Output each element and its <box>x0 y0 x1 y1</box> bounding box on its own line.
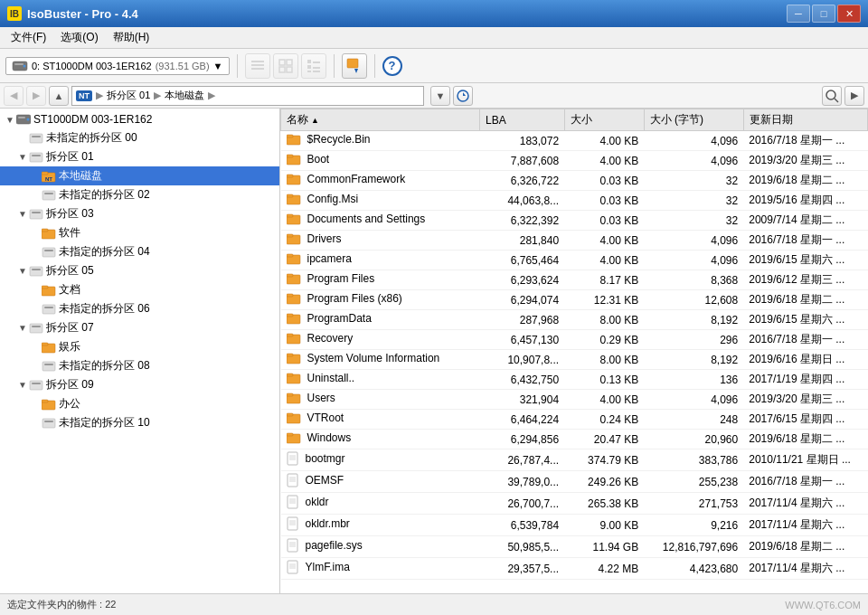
tree-expand-icon[interactable]: ▼ <box>16 379 29 392</box>
tree-expand-icon[interactable] <box>29 417 42 430</box>
tree-expand-icon[interactable] <box>29 341 42 354</box>
tree-expand-icon[interactable] <box>29 398 42 411</box>
tree-expand-icon[interactable]: ▼ <box>16 322 29 335</box>
tree-expand-icon[interactable] <box>29 284 42 297</box>
table-row[interactable]: bootmgr26,787,4...374.79 KB383,7862010/1… <box>281 449 868 471</box>
tree-item[interactable]: 办公 <box>0 394 279 413</box>
tree-item[interactable]: 未指定的拆分区 02 <box>0 185 279 204</box>
col-header-size[interactable]: 大小 <box>564 109 644 131</box>
table-row[interactable]: Windows6,294,85620.47 KB20,9602019/6/18 … <box>281 430 868 449</box>
tree-item[interactable]: 文档 <box>0 280 279 299</box>
nav-dropdown-btn[interactable]: ▼ <box>430 86 450 106</box>
table-row[interactable]: pagefile.sys50,985,5...11.94 GB12,816,79… <box>281 536 868 558</box>
close-button[interactable]: ✕ <box>837 5 861 23</box>
tree-item[interactable]: ▼拆分区 09 <box>0 375 279 394</box>
tree-item[interactable]: ▼拆分区 07 <box>0 318 279 337</box>
file-table-body: $Recycle.Bin183,0724.00 KB4,0962016/7/18… <box>281 131 868 580</box>
tree-item[interactable]: 娱乐 <box>0 337 279 356</box>
svg-rect-110 <box>288 561 297 573</box>
table-row[interactable]: Boot7,887,6084.00 KB4,0962019/3/20 星期三 .… <box>281 151 868 171</box>
menu-options[interactable]: 选项(O) <box>53 28 105 47</box>
search-nav-btn[interactable]: ▶ <box>844 86 864 106</box>
view-grid-btn[interactable] <box>273 53 298 79</box>
minimize-button[interactable]: ─ <box>787 5 810 23</box>
nav-path-part2[interactable]: 本地磁盘 <box>165 89 204 102</box>
table-row[interactable]: Documents and Settings6,322,3920.03 KB32… <box>281 211 868 231</box>
cell-lba: 6,765,464 <box>480 251 565 270</box>
col-header-lba[interactable]: LBA <box>480 109 565 131</box>
folder-icon: VTRoot <box>287 412 344 424</box>
view-tree-btn[interactable] <box>301 53 326 79</box>
table-row[interactable]: Drivers281,8404.00 KB4,0962016/7/18 星期一 … <box>281 231 868 251</box>
tree-item[interactable]: 未指定的拆分区 10 <box>0 413 279 432</box>
table-row[interactable]: ProgramData287,9688.00 KB8,1922019/6/15 … <box>281 310 868 330</box>
cell-lba: 50,985,5... <box>480 536 565 558</box>
menu-file[interactable]: 文件(F) <box>4 28 53 47</box>
tree-expand-icon[interactable] <box>29 303 42 316</box>
table-row[interactable]: System Volume Information10,907,8...8.00… <box>281 350 868 370</box>
tree-expand-icon[interactable] <box>29 189 42 202</box>
cell-bytes: 12,608 <box>644 290 743 310</box>
tree-item[interactable]: 未指定的拆分区 00 <box>0 128 279 147</box>
view-details-btn[interactable] <box>245 53 270 79</box>
tree-expand-icon[interactable]: ▼ <box>16 208 29 221</box>
table-row[interactable]: CommonFramework6,326,7220.03 KB322019/6/… <box>281 171 868 191</box>
table-row[interactable]: VTRoot6,464,2240.24 KB2482017/6/15 星期四 .… <box>281 410 868 430</box>
tree-item-label: 办公 <box>59 396 80 412</box>
tree-item[interactable]: ▼ST1000DM 003-1ER162 <box>0 110 279 128</box>
extract-btn[interactable] <box>342 53 367 79</box>
file-list-scroll[interactable]: 名称▲ LBA 大小 大小 (字节) 更新日期 $Recycle.Bin183,… <box>280 109 868 593</box>
tree-expand-icon[interactable]: ▼ <box>16 151 29 164</box>
drive-dropdown-icon[interactable]: ▼ <box>213 61 223 71</box>
svg-rect-65 <box>287 194 293 197</box>
svg-rect-39 <box>44 250 53 251</box>
table-row[interactable]: Users321,9044.00 KB4,0962019/3/20 星期三 ..… <box>281 390 868 410</box>
tree-expand-icon[interactable]: ▼ <box>16 265 29 278</box>
table-row[interactable]: ipcamera6,765,4644.00 KB4,0962019/6/15 星… <box>281 251 868 270</box>
table-row[interactable]: Program Files (x86)6,294,07412.31 KB12,6… <box>281 290 868 310</box>
drive-selector[interactable]: 0: ST1000DM 003-1ER162 (931.51 GB) ▼ <box>5 57 230 75</box>
cell-name: OEMSF <box>281 471 480 493</box>
table-row[interactable]: YlmF.ima29,357,5...4.22 MB4,423,6802017/… <box>281 558 868 580</box>
table-row[interactable]: Uninstall..6,432,7500.13 KB1362017/1/19 … <box>281 370 868 390</box>
nav-back-btn[interactable]: ◀ <box>4 86 24 106</box>
nav-go-btn[interactable] <box>453 86 473 106</box>
search-button[interactable] <box>822 86 842 106</box>
col-header-name[interactable]: 名称▲ <box>281 109 480 131</box>
tree-item[interactable]: ▼拆分区 03 <box>0 204 279 223</box>
cell-date: 2019/6/12 星期三 ... <box>743 270 867 290</box>
table-row[interactable]: $Recycle.Bin183,0724.00 KB4,0962016/7/18… <box>281 131 868 151</box>
tree-item[interactable]: 未指定的拆分区 06 <box>0 299 279 318</box>
maximize-button[interactable]: □ <box>812 5 835 23</box>
tree-item-icon <box>16 112 31 127</box>
help-button[interactable]: ? <box>382 56 402 76</box>
nav-path-part1[interactable]: 拆分区 01 <box>107 89 150 102</box>
menu-help[interactable]: 帮助(H) <box>106 28 157 47</box>
table-row[interactable]: okldr.mbr6,539,7849.00 KB9,2162017/11/4 … <box>281 515 868 536</box>
col-header-date[interactable]: 更新日期 <box>743 109 867 131</box>
tree-expand-icon[interactable] <box>29 360 42 373</box>
tree-expand-icon[interactable] <box>29 170 42 183</box>
table-row[interactable]: okldr26,700,7...265.38 KB271,7532017/11/… <box>281 493 868 515</box>
tree-expand-icon[interactable] <box>16 132 29 145</box>
tree-item[interactable]: NT本地磁盘 <box>0 166 279 185</box>
col-header-bytes[interactable]: 大小 (字节) <box>644 109 743 131</box>
tree-expand-icon[interactable] <box>29 227 42 240</box>
tree-item[interactable]: ▼拆分区 01 <box>0 147 279 166</box>
nav-path-bar: NT ▶ 拆分区 01 ▶ 本地磁盘 ▶ <box>71 86 424 106</box>
nav-forward-btn[interactable]: ▶ <box>26 86 46 106</box>
table-row[interactable]: OEMSF39,789,0...249.26 KB255,2382016/7/1… <box>281 471 868 493</box>
tree-item[interactable]: 软件 <box>0 223 279 242</box>
cell-name: bootmgr <box>281 449 480 471</box>
cell-size: 0.03 KB <box>564 211 644 231</box>
table-row[interactable]: Program Files6,293,6248.17 KB8,3682019/6… <box>281 270 868 290</box>
table-row[interactable]: Recovery6,457,1300.29 KB2962016/7/18 星期一… <box>281 330 868 350</box>
tree-expand-icon[interactable] <box>29 246 42 259</box>
tree-expand-icon[interactable]: ▼ <box>4 113 16 126</box>
table-row[interactable]: Config.Msi44,063,8...0.03 KB322019/5/16 … <box>281 191 868 211</box>
nav-up-btn[interactable]: ▲ <box>49 86 69 106</box>
tree-item[interactable]: ▼拆分区 05 <box>0 261 279 280</box>
tree-item[interactable]: 未指定的拆分区 04 <box>0 242 279 261</box>
tree-item[interactable]: 未指定的拆分区 08 <box>0 356 279 375</box>
cell-lba: 44,063,8... <box>480 191 565 211</box>
